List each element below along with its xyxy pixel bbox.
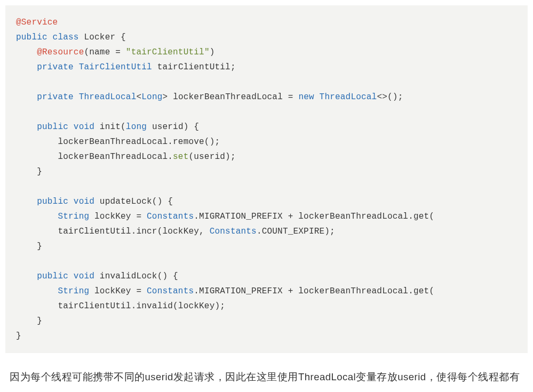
keyword-public-void: public void <box>37 197 94 206</box>
gt: > <box>163 92 168 102</box>
expr-rest: .MIGRATION_PREFIX + lockerBeanThreadLoca… <box>194 212 434 221</box>
const-constants: Constants <box>147 212 194 221</box>
indent <box>16 137 58 147</box>
var-lockkey: lockKey = <box>89 286 147 296</box>
indent <box>16 92 37 102</box>
indent <box>16 242 37 251</box>
indent <box>16 212 58 221</box>
expr-suffix: .COUNT_EXPIRE); <box>257 227 335 236</box>
param-rest: userid) { <box>147 122 199 132</box>
type-tairclientutil: TairClientUtil <box>79 62 152 72</box>
call-invalid: tairClientUtil.invalid(lockKey); <box>58 301 225 311</box>
code-block: @Service public class Locker { @Resource… <box>5 5 528 353</box>
type-string: String <box>58 212 89 221</box>
brace-open: { <box>121 33 126 42</box>
method-invalidlock: invalidLock() { <box>94 271 178 281</box>
indent <box>16 152 58 162</box>
type-threadlocal: ThreadLocal <box>79 92 137 102</box>
keyword-public-void: public void <box>37 271 94 281</box>
expr-rest: .MIGRATION_PREFIX + lockerBeanThreadLoca… <box>194 286 434 296</box>
keyword-new: new <box>298 92 314 102</box>
var-decl: tairClientUtil; <box>152 62 236 72</box>
classname-locker: Locker <box>79 33 121 42</box>
brace-close: } <box>37 167 42 177</box>
var-assign: lockerBeanThreadLocal = <box>168 92 298 102</box>
indent <box>16 271 37 281</box>
explanation-paragraph: 因为每个线程可能携带不同的userid发起请求，因此在这里使用ThreadLoc… <box>0 358 533 392</box>
space <box>314 92 320 102</box>
call-prefix: lockerBeanThreadLocal. <box>58 152 173 162</box>
indent <box>16 197 37 206</box>
indent <box>16 47 37 57</box>
lt: < <box>136 92 141 102</box>
space <box>74 62 79 72</box>
brace-close: } <box>37 242 42 251</box>
annotation-resource: @Resource <box>37 47 84 57</box>
indent <box>16 227 58 236</box>
paren-close: ) <box>210 47 215 57</box>
const-constants: Constants <box>210 227 257 236</box>
indent <box>16 167 37 177</box>
call-suffix: (userid); <box>188 152 235 162</box>
var-lockkey: lockKey = <box>89 212 147 221</box>
type-long: Long <box>141 92 162 102</box>
call-incr: tairClientUtil.incr(lockKey, <box>58 227 209 236</box>
type-threadlocal2: ThreadLocal <box>320 92 377 102</box>
keyword-private: private <box>37 62 74 72</box>
method-set: set <box>173 152 188 162</box>
method-updatelock: updateLock() { <box>94 197 173 206</box>
param-type-long: long <box>126 122 147 132</box>
keyword-public-void: public void <box>37 122 94 132</box>
keyword-public-class: public class <box>16 33 79 42</box>
keyword-private: private <box>37 92 74 102</box>
brace-close: } <box>37 316 42 326</box>
const-constants: Constants <box>147 286 194 296</box>
indent <box>16 122 37 132</box>
brace-close-outer: } <box>16 331 21 341</box>
indent <box>16 286 58 296</box>
call-remove: lockerBeanThreadLocal.remove(); <box>58 137 220 147</box>
method-init: init( <box>94 122 126 132</box>
indent <box>16 301 58 311</box>
diamond: <>(); <box>377 92 403 102</box>
type-string: String <box>58 286 89 296</box>
indent <box>16 316 37 326</box>
indent <box>16 62 37 72</box>
string-tairclientutil: "tairClientUtil" <box>126 47 210 57</box>
annotation-service: @Service <box>16 18 58 27</box>
paren-open: (name = <box>84 47 125 57</box>
space <box>74 92 79 102</box>
